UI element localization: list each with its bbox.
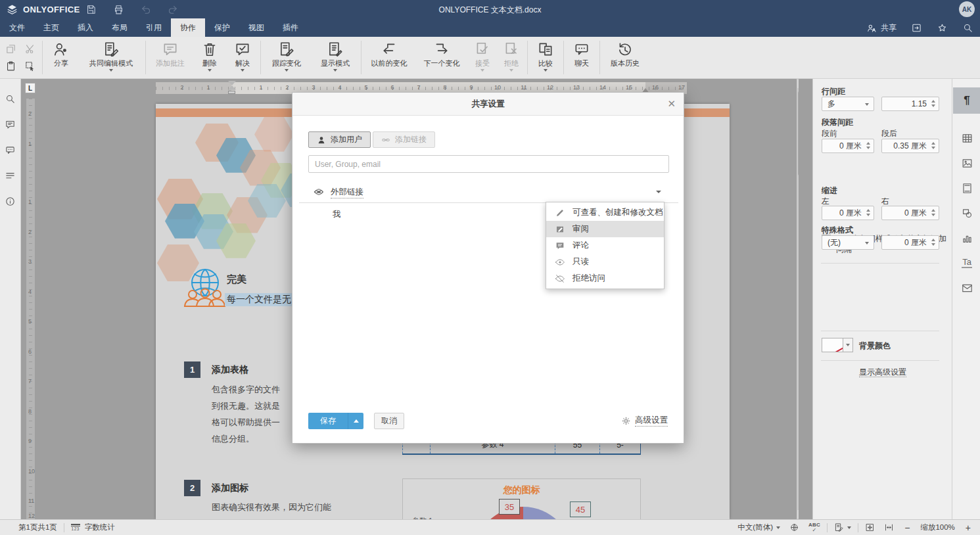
tab-view[interactable]: 视图 [239, 18, 273, 37]
track-changes-status-icon[interactable] [834, 523, 844, 532]
document-scrollbar[interactable] [797, 79, 799, 519]
compare-button[interactable]: 比较 [529, 37, 562, 78]
special-format-spinner[interactable]: 0 厘米 [881, 235, 939, 250]
scrollbar-thumb[interactable] [798, 91, 799, 176]
tab-stop-selector[interactable]: L [25, 83, 35, 93]
word-count-status[interactable]: 字数统计 [85, 523, 115, 532]
ruler-number: 9 [469, 84, 473, 91]
comments-panel-icon[interactable] [5, 119, 16, 130]
share-quick-button[interactable]: 共享 [866, 22, 897, 34]
indent-left-spinner[interactable]: 0 厘米 [822, 206, 874, 220]
scroll-up-button[interactable] [797, 80, 799, 88]
language-globe-icon[interactable] [789, 523, 799, 532]
next-change-button[interactable]: 下一个变化 [415, 37, 468, 78]
tab-insert[interactable]: 插入 [68, 18, 103, 37]
menu-item-full-access[interactable]: 可查看、创建和修改文档 [546, 204, 664, 221]
dialog-header: 共享设置 ✕ [292, 93, 684, 116]
menu-item-read-only[interactable]: 只读 [546, 254, 664, 270]
print-icon[interactable] [113, 4, 124, 15]
vertical-ruler[interactable]: 21123456789101112 [26, 99, 35, 519]
navigation-panel-icon[interactable] [5, 170, 16, 181]
external-link-label[interactable]: 外部链接 [331, 187, 363, 198]
advanced-settings-link[interactable]: 高级设置 [621, 415, 668, 427]
shape-settings-tab[interactable] [953, 200, 980, 226]
avatar[interactable]: AK [959, 1, 975, 17]
add-user-button[interactable]: 添加用户 [308, 131, 371, 148]
menu-item-review[interactable]: 审阅 [546, 221, 664, 237]
language-status[interactable]: 中文(简体) [737, 523, 773, 532]
next-change-icon [433, 41, 450, 58]
paste-icon[interactable] [5, 60, 16, 72]
background-color-swatch[interactable] [822, 338, 843, 352]
table-settings-tab[interactable] [953, 125, 980, 151]
tab-protection[interactable]: 保护 [205, 18, 239, 37]
line-spacing-spinner[interactable]: 1.15 [881, 97, 939, 111]
mail-merge-icon [961, 282, 973, 294]
section-1-line: 包含很多字的文件 [212, 384, 280, 396]
chart-settings-tab[interactable] [953, 225, 980, 251]
scroll-down-button[interactable] [797, 510, 799, 519]
display-mode-button[interactable]: 显示模式 [311, 37, 360, 78]
page-number-status[interactable]: 第1页共1页 [18, 523, 57, 532]
save-button[interactable]: 保存 [308, 413, 348, 429]
image-settings-tab[interactable] [953, 150, 980, 176]
external-link-row[interactable]: 外部链接 [308, 185, 669, 199]
tab-layout[interactable]: 布局 [103, 18, 137, 37]
background-color-dropdown[interactable] [843, 338, 853, 352]
tab-file[interactable]: 文件 [0, 18, 34, 37]
menu-item-comment[interactable]: 评论 [546, 237, 664, 254]
track-changes-button[interactable]: 跟踪变化 [262, 37, 311, 78]
close-icon[interactable]: ✕ [667, 98, 676, 110]
line-spacing-select[interactable]: 多 [822, 97, 874, 111]
permission-caret-icon[interactable] [656, 191, 661, 193]
paragraph-settings-tab[interactable]: ¶ [953, 87, 980, 114]
line-spacing-label: 行间距 [822, 86, 845, 97]
favorite-icon[interactable] [937, 22, 948, 34]
about-panel-icon[interactable] [5, 196, 16, 207]
select-all-icon[interactable] [24, 60, 35, 72]
cancel-button[interactable]: 取消 [374, 413, 404, 429]
resolve-button[interactable]: 解决 [226, 37, 259, 78]
display-mode-icon [327, 41, 344, 58]
version-history-button[interactable]: 版本历史 [601, 37, 649, 78]
add-comment-button: 添加批注 [147, 37, 193, 78]
header-search-icon[interactable] [962, 22, 973, 34]
tab-home[interactable]: 主页 [34, 18, 68, 37]
undo-icon [141, 4, 152, 15]
zoom-out-button[interactable]: − [904, 523, 910, 533]
menu-item-deny-access[interactable]: 拒绝访问 [546, 270, 664, 287]
indent-marker[interactable] [227, 81, 236, 98]
zoom-in-button[interactable]: + [966, 523, 971, 533]
fit-page-icon[interactable] [865, 523, 875, 532]
spacing-before-spinner[interactable]: 0 厘米 [822, 139, 874, 153]
header-footer-settings-tab[interactable] [953, 175, 980, 201]
tab-references[interactable]: 引用 [137, 18, 171, 37]
ruler-number: 4 [28, 289, 32, 295]
search-panel-icon[interactable] [5, 93, 16, 105]
document-chart[interactable]: 您的图标 参数 1 35 45 [402, 478, 641, 519]
save-icon[interactable] [85, 4, 97, 15]
open-file-location-icon[interactable] [911, 22, 922, 34]
user-search-input[interactable] [308, 155, 669, 173]
mailmerge-settings-tab[interactable] [953, 275, 980, 301]
delete-comment-button[interactable]: 删除 [193, 37, 226, 78]
coedit-mode-button[interactable]: 共同编辑模式 [78, 37, 144, 78]
spacing-after-spinner[interactable]: 0.35 厘米 [881, 139, 939, 153]
previous-change-button[interactable]: 以前的变化 [363, 37, 415, 78]
share-button[interactable]: 分享 [44, 37, 78, 78]
permission-eye-icon[interactable] [314, 187, 324, 197]
save-options-caret[interactable] [348, 413, 363, 429]
share-quick-label: 共享 [881, 22, 897, 34]
chat-panel-icon[interactable] [5, 145, 16, 156]
indent-right-spinner[interactable]: 0 厘米 [881, 206, 939, 220]
chat-button[interactable]: 聊天 [565, 37, 598, 78]
special-format-select[interactable]: (无) [822, 235, 874, 250]
textart-settings-tab[interactable]: Ta [953, 250, 980, 276]
dialog-title: 共享设置 [472, 99, 505, 110]
tab-plugins[interactable]: 插件 [273, 18, 308, 37]
fit-width-icon[interactable] [884, 523, 894, 532]
share-icon [53, 41, 70, 58]
spellcheck-icon[interactable]: ABC✓ [808, 523, 820, 533]
tab-collaboration[interactable]: 协作 [171, 18, 205, 37]
show-advanced-settings-link[interactable]: 显示高级设置 [859, 367, 906, 377]
